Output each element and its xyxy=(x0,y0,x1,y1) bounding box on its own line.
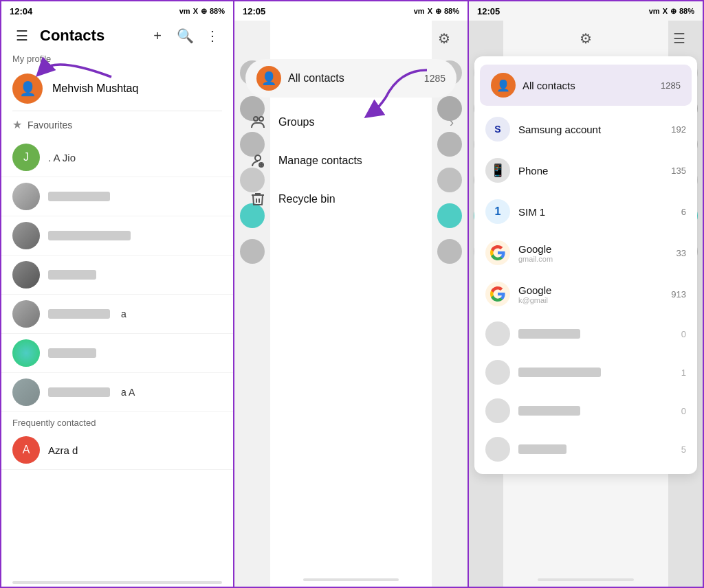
my-profile-label: My profile xyxy=(1,51,233,67)
account-google1[interactable]: Google gmail.com 33 xyxy=(474,232,697,273)
account-phone[interactable]: 📱 Phone 135 xyxy=(474,150,697,191)
panel-accounts-dropdown: 12:05 vm X ⊕ 88% ⚙ ☰ 👤 All contacts xyxy=(469,0,704,588)
more-button-p1[interactable]: ⋮ xyxy=(203,26,222,45)
gear-button-p3[interactable]: ⚙ xyxy=(573,26,598,51)
p3-content: 12:05 vm X ⊕ 88% ⚙ ☰ 👤 All contacts xyxy=(469,1,703,587)
bottom-handle-p2 xyxy=(303,578,399,581)
carrier-p2: vm xyxy=(414,7,425,15)
add-button-p1[interactable]: + xyxy=(148,26,167,45)
status-time-p3: 12:05 xyxy=(477,6,500,16)
blurred-name-2: ​ xyxy=(518,368,601,377)
blurred-name-1: ​ xyxy=(518,329,580,339)
google2-avatar xyxy=(485,282,510,306)
p2-header: ⚙ xyxy=(234,21,468,54)
status-icons-p3: vm X ⊕ 88% xyxy=(649,7,694,16)
blurred-account-3[interactable]: ​ 0 xyxy=(474,392,697,430)
contact-item-6[interactable]: ​ a A xyxy=(1,373,233,412)
battery-p1: 88% xyxy=(210,7,225,15)
search-button-p1[interactable]: 🔍 xyxy=(175,26,195,45)
battery-p2: 88% xyxy=(444,7,459,15)
profile-row[interactable]: 👤 Mehvish Mushtaq xyxy=(1,67,233,111)
google2-subtitle: k@gmail xyxy=(518,296,660,304)
p3-spacer xyxy=(469,477,703,578)
page-title-p1: Contacts xyxy=(40,27,140,45)
status-icons-p1: vm X ⊕ 88% xyxy=(179,7,225,16)
gear-button-p2[interactable]: ⚙ xyxy=(432,26,456,51)
contact-name-6: ​ xyxy=(48,387,110,397)
contact-item-1[interactable]: ​ xyxy=(1,177,233,216)
svg-point-1 xyxy=(259,117,263,121)
google1-name: Google xyxy=(518,243,666,255)
p2-content: 12:05 vm X ⊕ 88% ⚙ 👤 All contacts 1285 xyxy=(234,1,468,587)
contact-avatar-azra: A xyxy=(12,436,40,464)
blurred-account-4[interactable]: ​ 5 xyxy=(474,430,697,468)
carrier-p3: vm xyxy=(649,7,660,15)
battery-p3: 88% xyxy=(679,7,694,15)
google2-count: 913 xyxy=(671,289,686,299)
contact-name-ajio: . A Jio xyxy=(48,152,76,163)
wifi-icon-p2: ⊕ xyxy=(435,7,441,16)
recycle-label: Recycle bin xyxy=(278,193,454,205)
contact-item-5[interactable]: ​ xyxy=(1,334,233,373)
profile-name: Mehvish Mushtaq xyxy=(52,82,138,95)
status-bar-p2: 12:05 vm X ⊕ 88% xyxy=(234,1,468,21)
contact-item-3[interactable]: ​ xyxy=(1,256,233,295)
all-contacts-icon-p3: 👤 xyxy=(491,73,516,98)
blurred-account-1[interactable]: ​ 0 xyxy=(474,315,697,353)
contact-item-4[interactable]: ​ a xyxy=(1,295,233,334)
contacts-icon: 👤 xyxy=(261,71,276,86)
p2-spacer xyxy=(234,218,468,578)
hamburger-icon-p1: ☰ xyxy=(16,27,28,44)
samsung-name: Samsung account xyxy=(518,124,660,135)
all-contacts-pill[interactable]: 👤 All contacts 1285 xyxy=(245,59,456,98)
all-contacts-avatar: 👤 xyxy=(256,66,281,91)
sim1-count: 6 xyxy=(681,207,686,217)
blurred-count-3: 0 xyxy=(681,406,686,416)
menu-item-recycle[interactable]: Recycle bin xyxy=(234,180,468,218)
blurred-account-2[interactable]: ​ 1 xyxy=(474,353,697,392)
sim1-name: SIM 1 xyxy=(518,206,670,218)
panel-contacts-list: 12:04 vm X ⊕ 88% ☰ Contacts + 🔍 ⋮ My pro… xyxy=(0,0,234,588)
contact-item-2[interactable]: ​ xyxy=(1,216,233,256)
contact-name-5: ​ xyxy=(48,348,96,358)
all-contacts-label: All contacts xyxy=(288,72,417,84)
contact-name-2: ​ xyxy=(48,231,131,240)
account-google2[interactable]: Google k@gmail 913 xyxy=(474,273,697,315)
contact-name-3: ​ xyxy=(48,270,96,280)
signal-icon-p1: X xyxy=(193,7,198,15)
svg-point-2 xyxy=(255,155,261,161)
contact-name-1: ​ xyxy=(48,192,110,201)
contact-name-4: ​ xyxy=(48,309,110,319)
menu-item-manage[interactable]: Manage contacts xyxy=(234,142,468,180)
blurred-count-4: 5 xyxy=(681,444,686,455)
contact-item-ajio[interactable]: J . A Jio xyxy=(1,138,233,177)
account-sim1[interactable]: 1 SIM 1 6 xyxy=(474,191,697,232)
contact-avatar-2 xyxy=(12,222,40,249)
blurred-avatar-3 xyxy=(485,398,510,423)
all-contacts-selected-row[interactable]: 👤 All contacts 1285 xyxy=(480,65,692,106)
gear-icon-p2: ⚙ xyxy=(438,30,450,47)
google2-name: Google xyxy=(518,284,660,296)
google1-avatar xyxy=(485,240,510,265)
avatar-icon-p1: 👤 xyxy=(19,80,36,97)
hamburger-button-p3[interactable]: ☰ xyxy=(667,26,692,51)
account-samsung[interactable]: S Samsung account 192 xyxy=(474,109,697,150)
contact-avatar-3 xyxy=(12,261,40,289)
wifi-icon-p3: ⊕ xyxy=(670,7,676,16)
all-contacts-count-p3: 1285 xyxy=(661,80,681,91)
blurred-avatar-2 xyxy=(485,360,510,385)
panel-dropdown-menu: 12:05 vm X ⊕ 88% ⚙ 👤 All contacts 1285 xyxy=(234,0,469,588)
bottom-handle-p3 xyxy=(538,578,634,581)
frequently-contacted-label: Frequently contacted xyxy=(1,412,233,431)
menu-icon-p1[interactable]: ☰ xyxy=(12,26,32,45)
favourites-section: ★ Favourites xyxy=(1,111,233,138)
menu-item-groups[interactable]: Groups › xyxy=(234,103,468,142)
scroll-indicator-p1 xyxy=(12,581,222,584)
google2-info: Google k@gmail xyxy=(518,284,660,304)
blurred-count-1: 0 xyxy=(681,329,686,339)
blurred-name-4: ​ xyxy=(518,444,566,454)
svg-point-0 xyxy=(254,117,258,121)
gear-icon-p3: ⚙ xyxy=(580,30,592,47)
contact-item-azra[interactable]: A Azra d xyxy=(1,431,233,470)
google1-subtitle: gmail.com xyxy=(518,255,666,263)
